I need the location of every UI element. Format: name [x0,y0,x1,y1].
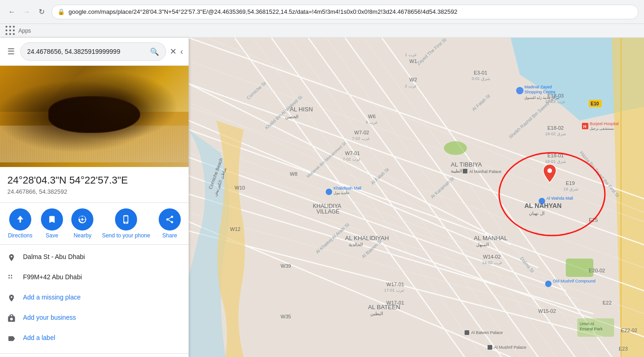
search-button[interactable]: 🔍 [150,47,159,56]
svg-text:غرب 1: غرب 1 [405,52,417,58]
svg-text:Shopping Centre: Shopping Centre [524,90,556,94]
add-missing-place-item[interactable]: Add a missing place [0,289,189,309]
directions-label: Directions [8,232,32,239]
svg-text:W12: W12 [230,226,241,232]
save-button-wrap[interactable]: Save [41,208,63,239]
photos-section: Photos [0,354,189,357]
svg-text:W6: W6 [368,114,376,119]
svg-text:W7-02: W7-02 [354,130,369,135]
svg-point-102 [539,198,545,204]
svg-point-92 [516,87,523,94]
svg-point-126 [547,168,552,173]
back-button[interactable]: ← [6,6,18,18]
browser-chrome: ← → ↻ 🔒 google.com/maps/place/24°28'04.3… [0,0,644,24]
share-button[interactable] [159,208,181,230]
coord-decimal: 24.467866, 54.382592 [7,188,181,195]
svg-text:Burjeel Hospital: Burjeel Hospital [590,121,619,126]
svg-text:W10: W10 [235,185,245,190]
svg-point-2 [11,275,12,276]
svg-text:H: H [583,124,586,129]
send-to-phone-button-wrap[interactable]: Send to your phone [102,208,150,239]
svg-text:شرق 01-18: شرق 01-18 [545,159,566,164]
map-area[interactable]: AL HISN الحصن AL TIBBIYA الطيبة AL NAHYA… [189,38,644,357]
svg-text:غرب 01-17: غرب 01-17 [384,288,404,293]
svg-point-4 [11,277,12,279]
svg-text:W17-01: W17-01 [386,300,404,305]
svg-text:W8: W8 [290,171,298,177]
svg-point-1 [8,275,10,276]
forward-button[interactable]: → [20,6,33,18]
search-input[interactable] [27,48,150,55]
svg-text:E22-02: E22-02 [621,328,637,333]
svg-point-104 [326,189,332,195]
svg-text:شرق 02-18: شرق 02-18 [545,132,566,137]
svg-text:E22: E22 [603,300,612,305]
svg-text:شرق 01-3: شرق 01-3 [472,76,490,81]
action-buttons-row: Directions Save Nearby Send to your phon… [0,203,189,245]
svg-text:E25: E25 [589,217,598,223]
add-label-text: Add a label [23,334,55,341]
svg-text:AL KHALIDIYAH: AL KHALIDIYAH [345,235,389,242]
svg-text:شرق 19: شرق 19 [564,187,579,192]
svg-text:Khalidiyah Mall: Khalidiyah Mall [334,186,362,190]
address-item[interactable]: Dalma St - Abu Dhabi [0,248,189,269]
send-to-phone-button[interactable] [115,208,137,230]
directions-button[interactable] [9,208,31,230]
coord-dms: 24°28'04.3"N 54°22'57.3"E [7,174,181,186]
svg-text:البطين: البطين [370,311,383,317]
location-image [0,66,189,167]
svg-text:Al Wahda Mall: Al Wahda Mall [546,196,573,201]
hamburger-button[interactable]: ☰ [6,45,17,58]
collapse-panel-button[interactable]: ‹ [180,47,183,57]
svg-text:W35: W35 [281,314,291,319]
reload-button[interactable]: ↻ [35,6,48,18]
svg-text:E18-01: E18-01 [547,153,564,158]
svg-text:W15-02: W15-02 [538,308,556,314]
search-input-wrap[interactable]: 🔍 [20,42,166,61]
location-pin-icon [7,253,16,264]
svg-text:Al Bateen Palace: Al Bateen Palace [471,330,503,335]
svg-text:AL MANHAL: AL MANHAL [474,235,507,242]
share-button-wrap[interactable]: Share [159,208,181,239]
svg-text:المنهل: المنهل [476,242,489,248]
svg-text:Umm Al: Umm Al [580,322,594,326]
plus-code-item[interactable]: F99M+42 Abu Dhabi [0,269,189,289]
add-label-item[interactable]: Add a label [0,329,189,350]
svg-text:W39: W39 [281,263,291,269]
street-address: Dalma St - Abu Dhabi [23,253,85,260]
clear-search-button[interactable]: ✕ [170,46,177,57]
svg-rect-114 [488,345,492,350]
nearby-label: Nearby [74,232,92,239]
svg-text:غرب 02-14: غرب 02-14 [482,260,502,265]
nearby-button-wrap[interactable]: Nearby [71,208,93,239]
nav-buttons: ← → ↻ [6,6,48,18]
svg-text:AL TIBBIYA: AL TIBBIYA [451,161,482,168]
svg-rect-100 [463,169,467,173]
location-info: 24°28'04.3"N 54°22'57.3"E 24.467866, 54.… [0,167,189,203]
bookmarks-bar: Apps [0,24,644,38]
add-business-text: Add your business [23,314,76,321]
svg-text:غرب 2: غرب 2 [405,84,417,89]
svg-text:E3-01: E3-01 [474,70,487,75]
svg-point-34 [444,141,467,155]
svg-text:غرب 6: غرب 6 [366,120,378,125]
save-button[interactable] [41,208,63,230]
add-place-icon [7,294,16,305]
directions-button-wrap[interactable]: Directions [8,208,32,239]
address-bar[interactable]: 🔒 google.com/maps/place/24°28'04.3"N+54°… [52,5,638,19]
url-text: google.com/maps/place/24°28'04.3"N+54°22… [69,8,632,15]
share-label: Share [162,232,177,239]
svg-text:E18-02: E18-02 [547,125,564,131]
main-layout: ☰ 🔍 ✕ ‹ 24°28'04.3"N 54°22'57.3"E 24.467… [0,38,644,357]
svg-text:Old Mushrif Compound: Old Mushrif Compound [553,279,596,283]
apps-label[interactable]: Apps [18,28,31,34]
svg-text:غرب 02-7: غرب 02-7 [352,136,370,141]
svg-text:غرب 01-7: غرب 01-7 [343,157,361,162]
left-panel: ☰ 🔍 ✕ ‹ 24°28'04.3"N 54°22'57.3"E 24.467… [0,38,189,357]
svg-text:الطيبة: الطيبة [451,168,462,173]
add-business-item[interactable]: Add your business [0,309,189,329]
nearby-button[interactable] [71,208,93,230]
add-label-icon [7,334,16,345]
svg-text:ال نهيان: ال نهيان [529,211,545,216]
svg-rect-112 [465,330,469,335]
